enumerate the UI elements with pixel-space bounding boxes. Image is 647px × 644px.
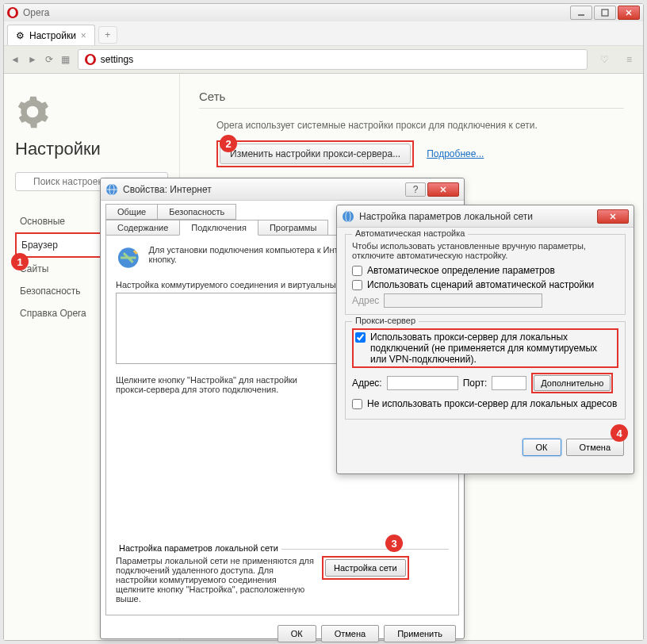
auto-script-checkbox[interactable] bbox=[352, 280, 362, 290]
tab-title: Настройки bbox=[29, 30, 76, 41]
url-text: settings bbox=[101, 54, 133, 65]
callout-4: 4 bbox=[611, 424, 628, 442]
change-proxy-button[interactable]: Изменить настройки прокси-сервера... bbox=[220, 144, 411, 164]
tab-general[interactable]: Общие bbox=[105, 204, 158, 220]
setup-hint: Щелкните кнопку "Настройка" для настройк… bbox=[116, 375, 322, 394]
dialog-close-button[interactable] bbox=[427, 182, 459, 197]
auto-script-label: Использовать сценарий автоматической нас… bbox=[367, 279, 594, 290]
advanced-button[interactable]: Дополнительно bbox=[534, 375, 611, 391]
help-button[interactable]: ? bbox=[405, 182, 426, 197]
svg-point-10 bbox=[343, 211, 354, 222]
proxy-address-label: Адрес: bbox=[352, 378, 382, 389]
bypass-local-label: Не использовать прокси-сервер для локаль… bbox=[367, 398, 617, 409]
ok-button[interactable]: ОК bbox=[278, 625, 316, 642]
tab-settings[interactable]: ⚙ Настройки × bbox=[7, 25, 95, 45]
callout-1: 1 bbox=[11, 253, 29, 270]
tab-security[interactable]: Безопасность bbox=[157, 204, 236, 220]
apply-button[interactable]: Применить bbox=[384, 625, 456, 642]
globe-icon bbox=[105, 183, 118, 196]
use-proxy-checkbox[interactable] bbox=[355, 332, 366, 343]
new-tab-button[interactable]: + bbox=[98, 26, 117, 44]
tab-close-icon[interactable]: × bbox=[81, 30, 86, 41]
svg-rect-1 bbox=[602, 10, 608, 16]
close-button[interactable] bbox=[618, 6, 640, 20]
proxy-port-label: Порт: bbox=[463, 378, 488, 389]
proxy-note: Opera использует системные настройки про… bbox=[216, 120, 624, 131]
opera-titlebar: Opera bbox=[4, 4, 643, 21]
speed-dial-icon[interactable]: ▦ bbox=[61, 54, 70, 65]
lan-settings-dialog: Настройка параметров локальной сети Авто… bbox=[336, 205, 634, 474]
tab-programs[interactable]: Программы bbox=[258, 220, 328, 236]
app-name: Opera bbox=[23, 7, 49, 18]
bookmark-icon[interactable]: ♡ bbox=[595, 54, 614, 65]
proxy-address-input[interactable] bbox=[387, 376, 458, 390]
auto-legend: Автоматическая настройка bbox=[352, 228, 468, 238]
lan-dialog-title: Настройка параметров локальной сети bbox=[359, 211, 533, 222]
lan-legend: Настройка параметров локальной сети bbox=[116, 543, 281, 553]
proxy-port-input[interactable] bbox=[492, 376, 526, 390]
script-address-label: Адрес bbox=[352, 295, 379, 306]
section-title: Сеть bbox=[199, 90, 624, 109]
bypass-local-checkbox[interactable] bbox=[352, 399, 362, 409]
script-address-input bbox=[384, 293, 542, 308]
connection-globe-icon bbox=[116, 245, 141, 270]
lan-dialog-close-button[interactable] bbox=[597, 209, 629, 224]
use-proxy-label: Использовать прокси-сервер для локальных… bbox=[370, 332, 615, 365]
settings-gear-icon bbox=[15, 94, 50, 129]
back-button[interactable]: ◄ bbox=[10, 54, 20, 65]
gear-icon: ⚙ bbox=[16, 30, 25, 41]
dialog-title: Свойства: Интернет bbox=[123, 184, 212, 195]
tab-content[interactable]: Содержание bbox=[105, 220, 180, 236]
maximize-button[interactable] bbox=[594, 6, 616, 20]
address-bar: ◄ ► ⟳ ▦ settings ♡ ≡ bbox=[4, 45, 643, 74]
tab-connections[interactable]: Подключения bbox=[179, 220, 258, 236]
learn-more-link[interactable]: Подробнее... bbox=[427, 148, 484, 159]
lan-ok-button[interactable]: ОК bbox=[523, 439, 561, 456]
lan-dialog-titlebar: Настройка параметров локальной сети bbox=[337, 205, 634, 228]
opera-mini-icon bbox=[85, 54, 96, 65]
auto-config-group: Автоматическая настройка Чтобы использов… bbox=[345, 234, 626, 315]
url-field[interactable]: settings bbox=[78, 49, 588, 70]
proxy-legend: Прокси-сервер bbox=[352, 316, 419, 325]
globe-icon bbox=[342, 210, 354, 223]
cancel-button[interactable]: Отмена bbox=[321, 625, 379, 642]
auto-detect-label: Автоматическое определение параметров bbox=[367, 265, 555, 276]
auto-detect-checkbox[interactable] bbox=[352, 266, 362, 276]
lan-settings-button[interactable]: Настройка сети bbox=[325, 559, 406, 577]
sidebar-heading: Настройки bbox=[15, 139, 168, 159]
lan-cancel-button[interactable]: Отмена bbox=[566, 439, 624, 456]
callout-2: 2 bbox=[220, 135, 237, 152]
forward-button[interactable]: ► bbox=[28, 54, 37, 65]
proxy-server-group: Прокси-сервер Использовать прокси-сервер… bbox=[345, 321, 626, 420]
dialog-titlebar: Свойства: Интернет ? bbox=[101, 178, 464, 201]
opera-logo-icon bbox=[7, 7, 18, 18]
menu-icon[interactable]: ≡ bbox=[622, 54, 637, 65]
lan-text: Параметры локальной сети не применяются … bbox=[116, 556, 314, 604]
minimize-button[interactable] bbox=[570, 6, 592, 20]
callout-3: 3 bbox=[385, 535, 403, 552]
auto-text: Чтобы использовать установленные вручную… bbox=[352, 241, 618, 260]
browser-tabbar: ⚙ Настройки × + bbox=[4, 21, 643, 45]
reload-button[interactable]: ⟳ bbox=[45, 54, 53, 65]
